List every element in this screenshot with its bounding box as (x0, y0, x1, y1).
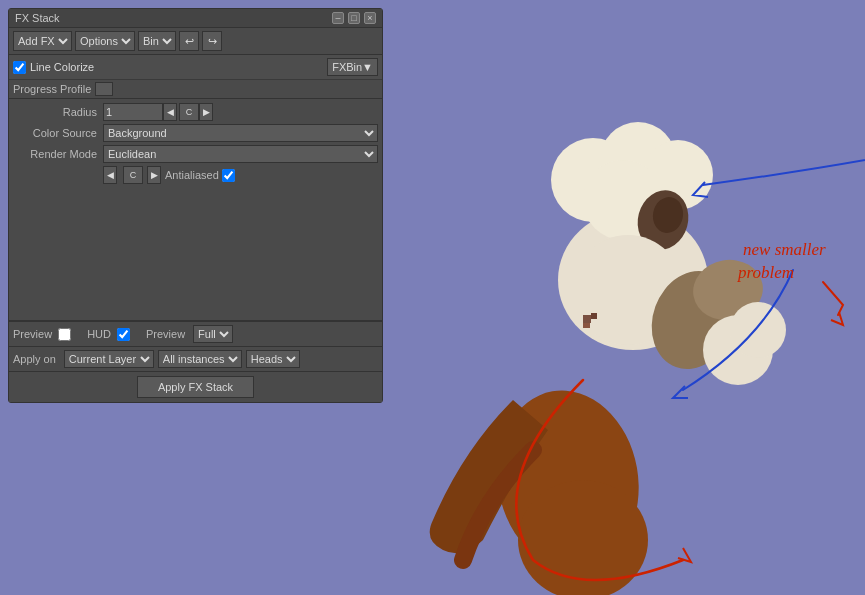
apply-on-label: Apply on (13, 353, 56, 365)
options-select[interactable]: Options (75, 31, 135, 51)
restore-button[interactable]: □ (348, 12, 360, 24)
titlebar-controls: – □ × (332, 12, 376, 24)
add-fx-select[interactable]: Add FX (13, 31, 72, 51)
render-mode-label: Render Mode (13, 148, 103, 160)
hud-checkbox[interactable] (117, 328, 130, 341)
heads-select[interactable]: Heads (246, 350, 300, 368)
svg-point-13 (730, 302, 786, 358)
fx-empty-area (9, 191, 382, 321)
apply-on-select[interactable]: Current Layer (64, 350, 154, 368)
antialiased-row: ◀ C ▶ Antialiased (13, 166, 378, 184)
preview-mode-select[interactable]: Full (193, 325, 233, 343)
svg-rect-17 (583, 323, 590, 328)
close-button[interactable]: × (364, 12, 376, 24)
instances-select[interactable]: All instances (158, 350, 242, 368)
color-source-row: Color Source Background (13, 124, 378, 142)
color-source-label: Color Source (13, 127, 103, 139)
antialiased-prev-button[interactable]: ◀ (103, 166, 117, 184)
preview-label: Preview (13, 328, 52, 340)
svg-text:new smaller: new smaller (743, 240, 826, 259)
preview2-label: Preview (146, 328, 185, 340)
antialiased-reset-button[interactable]: C (123, 166, 143, 184)
redo-button[interactable]: ↪ (202, 31, 222, 51)
svg-rect-16 (591, 313, 597, 319)
antialiased-checkbox[interactable] (222, 169, 235, 182)
bin-select[interactable]: Bin (138, 31, 176, 51)
apply-fx-row: Apply FX Stack (9, 372, 382, 402)
radius-input[interactable]: 1 (103, 103, 163, 121)
preview-hud-row: Preview HUD Preview Full (9, 322, 382, 347)
preview-checkbox[interactable] (58, 328, 71, 341)
character-illustration: much nicer new smaller problem (383, 0, 865, 595)
radius-row: Radius 1 ◀ C ▶ (13, 103, 378, 121)
panel-title: FX Stack (15, 12, 60, 24)
fx-stack-panel: FX Stack – □ × Add FX Options Bin ↩ ↪ Li… (8, 8, 383, 403)
undo-button[interactable]: ↩ (179, 31, 199, 51)
fx-item-label: Line Colorize (30, 61, 327, 73)
radius-next-button[interactable]: ▶ (199, 103, 213, 121)
properties-area: Radius 1 ◀ C ▶ Color Source Background R… (9, 99, 382, 191)
apply-fx-button[interactable]: Apply FX Stack (137, 376, 254, 398)
radius-label: Radius (13, 106, 103, 118)
svg-text:problem: problem (737, 263, 794, 282)
progress-profile-box[interactable] (95, 82, 113, 96)
hud-label: HUD (87, 328, 111, 340)
progress-profile-label: Progress Profile (13, 83, 91, 95)
toolbar-row: Add FX Options Bin ↩ ↪ (9, 28, 382, 55)
fx-item-row: Line Colorize FXBin▼ (9, 55, 382, 80)
apply-on-row: Apply on Current Layer All instances Hea… (9, 347, 382, 372)
bottom-controls: Preview HUD Preview Full Apply on Curren… (9, 321, 382, 402)
antialiased-checkbox-label: Antialiased (165, 169, 235, 182)
panel-titlebar: FX Stack – □ × (9, 9, 382, 28)
render-mode-row: Render Mode Euclidean (13, 145, 378, 163)
fx-bin-button[interactable]: FXBin▼ (327, 58, 378, 76)
svg-rect-15 (583, 315, 591, 323)
antialiased-next-button[interactable]: ▶ (147, 166, 161, 184)
antialiased-text: Antialiased (165, 169, 219, 181)
progress-profile-row: Progress Profile (9, 80, 382, 99)
render-mode-select[interactable]: Euclidean (103, 145, 378, 163)
radius-reset-button[interactable]: C (179, 103, 199, 121)
minimize-button[interactable]: – (332, 12, 344, 24)
canvas-area: much nicer new smaller problem (383, 0, 865, 595)
radius-prev-button[interactable]: ◀ (163, 103, 177, 121)
fx-enable-checkbox[interactable] (13, 61, 26, 74)
color-source-select[interactable]: Background (103, 124, 378, 142)
